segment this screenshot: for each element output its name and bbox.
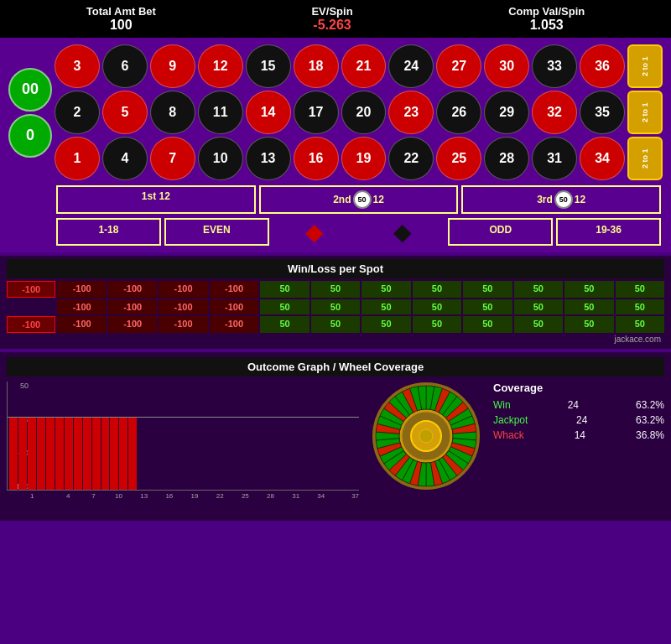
outcome-title: Outcome Graph / Wheel Coverage <box>7 357 664 377</box>
wl-cell: 50 <box>362 316 410 333</box>
number-2[interactable]: 2 <box>55 91 100 134</box>
coverage-whack-row: Whack 14 36.8% <box>493 429 664 441</box>
number-32[interactable]: 32 <box>532 91 577 134</box>
number-14[interactable]: 14 <box>246 91 291 134</box>
wl-cell: 50 <box>564 281 613 298</box>
wl-cell: 50 <box>514 316 563 333</box>
wl-cell: 50 <box>311 316 360 333</box>
number-25[interactable]: 25 <box>436 137 481 180</box>
coverage-win-row: Win 24 63.2% <box>493 399 664 411</box>
wl-cell: 50 <box>463 299 512 314</box>
number-34[interactable]: 34 <box>580 137 625 180</box>
number-11[interactable]: 11 <box>198 91 243 134</box>
even[interactable]: EVEN <box>164 218 269 246</box>
number-18[interactable]: 18 <box>294 44 339 88</box>
number-24[interactable]: 24 <box>388 44 434 88</box>
odd[interactable]: ODD <box>448 218 553 246</box>
number-19[interactable]: 19 <box>341 137 387 180</box>
win-label: Win <box>493 399 511 411</box>
bar-9 <box>92 418 101 490</box>
red-diamond[interactable] <box>273 218 357 246</box>
wl-cell: 50 <box>362 281 410 298</box>
ev-spin-value: -5.263 <box>311 18 352 33</box>
wl-cell: 50 <box>514 299 563 314</box>
numbers-grid: 3691215182124273033362581114172023262932… <box>55 44 625 180</box>
win-pct: 63.2% <box>636 399 664 411</box>
number-3[interactable]: 3 <box>55 44 100 88</box>
whack-count: 14 <box>575 429 585 441</box>
second-dozen[interactable]: 2nd 50 12 <box>259 185 459 214</box>
number-23[interactable]: 23 <box>388 91 434 134</box>
first-dozen[interactable]: 1st 12 <box>56 185 256 214</box>
number-13[interactable]: 13 <box>246 137 291 180</box>
coverage-jackpot-row: Jackpot 24 63.2% <box>493 414 664 426</box>
number-36[interactable]: 36 <box>580 44 625 88</box>
number-33[interactable]: 33 <box>532 44 577 88</box>
whack-label: Whack <box>493 429 524 441</box>
winloss-grid: -100-100-100-100-1005050505050505050-100… <box>7 281 664 333</box>
number-9[interactable]: 9 <box>150 44 195 88</box>
number-4[interactable]: 4 <box>102 137 148 180</box>
total-amt-bet-label: Total Amt Bet <box>86 5 156 18</box>
win-count: 24 <box>568 399 579 411</box>
two-to-one-top[interactable]: 2 to 1 <box>627 44 663 88</box>
number-27[interactable]: 27 <box>436 44 481 88</box>
number-26[interactable]: 26 <box>436 91 481 134</box>
number-1[interactable]: 1 <box>55 137 100 180</box>
number-16[interactable]: 16 <box>294 137 339 180</box>
two-to-one-mid[interactable]: 2 to 1 <box>627 91 663 134</box>
total-amt-bet-value: 100 <box>86 18 156 33</box>
number-0[interactable]: 0 <box>8 114 52 158</box>
number-17[interactable]: 17 <box>294 91 339 134</box>
wl-cell: 50 <box>564 299 613 314</box>
wl-cell: -100 <box>210 281 258 298</box>
jackpot-pct: 63.2% <box>636 414 664 426</box>
number-31[interactable]: 31 <box>532 137 577 180</box>
wl-cell: 50 <box>260 316 309 333</box>
number-5[interactable]: 5 <box>102 91 148 134</box>
wl-cell: 50 <box>616 316 664 333</box>
svg-point-3 <box>419 429 433 443</box>
number-28[interactable]: 28 <box>484 137 529 180</box>
number-15[interactable]: 15 <box>246 44 291 88</box>
wl-cell: 50 <box>463 316 512 333</box>
number-22[interactable]: 22 <box>388 137 434 180</box>
number-00[interactable]: 00 <box>8 68 52 112</box>
number-12[interactable]: 12 <box>198 44 243 88</box>
one-eighteen[interactable]: 1-18 <box>56 218 161 246</box>
number-30[interactable]: 30 <box>484 44 529 88</box>
third-dozen[interactable]: 3rd 50 12 <box>461 185 661 214</box>
bar-1 <box>18 418 27 490</box>
wl-cell: -100 <box>7 316 55 333</box>
wl-cell: -100 <box>159 316 207 333</box>
wl-cell: 50 <box>413 281 461 298</box>
bar-5 <box>55 418 64 490</box>
jackpot-label: Jackpot <box>493 414 528 426</box>
table-area: 00 0 36912151821242730333625811141720232… <box>8 44 663 180</box>
chip-third-dozen: 50 <box>554 190 573 209</box>
wl-cell: 50 <box>514 281 563 298</box>
black-diamond[interactable] <box>360 218 445 246</box>
betting-rows: 1st 12 2nd 50 12 3rd 50 12 1-18 EVEN ODD… <box>8 185 663 246</box>
two-to-one-bot[interactable]: 2 to 1 <box>627 137 663 180</box>
number-6[interactable]: 6 <box>102 44 148 88</box>
jackace-label: jackace.com <box>7 333 664 345</box>
whack-pct: 36.8% <box>636 429 664 441</box>
bar-6 <box>65 418 73 490</box>
number-29[interactable]: 29 <box>484 91 529 134</box>
winloss-section: Win/Loss per Spot -100-100-100-100-10050… <box>0 256 671 349</box>
wl-cell: 50 <box>260 299 309 314</box>
number-21[interactable]: 21 <box>341 44 387 88</box>
wl-cell: 50 <box>260 281 309 298</box>
number-8[interactable]: 8 <box>150 91 195 134</box>
number-20[interactable]: 20 <box>341 91 387 134</box>
number-7[interactable]: 7 <box>150 137 195 180</box>
bar-chart: 50 0 -50 -100 1 4 7 10 13 16 <box>7 382 359 516</box>
number-10[interactable]: 10 <box>198 137 243 180</box>
chip-second-dozen: 50 <box>353 190 372 209</box>
dozen-row: 1st 12 2nd 50 12 3rd 50 12 <box>10 185 661 214</box>
wl-cell: 50 <box>616 299 664 314</box>
nineteen-thirtysix[interactable]: 19-36 <box>556 218 661 246</box>
comp-val-spin: Comp Val/Spin 1.053 <box>508 5 585 33</box>
number-35[interactable]: 35 <box>580 91 625 134</box>
